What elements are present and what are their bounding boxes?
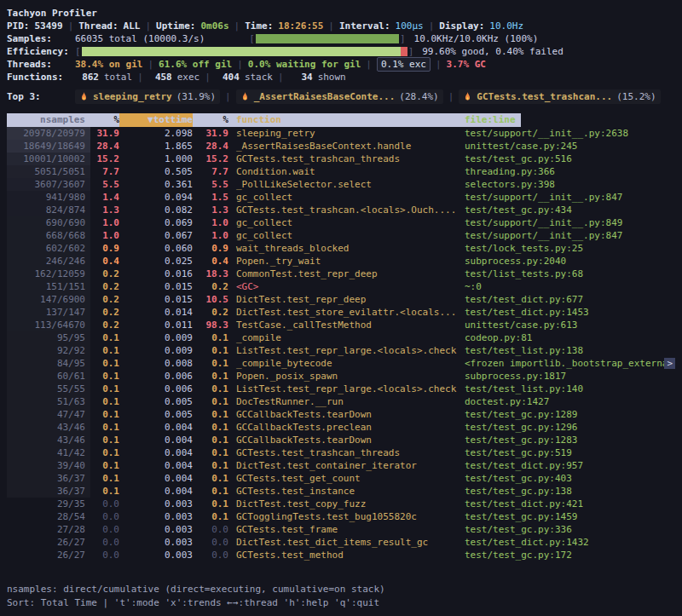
cum-pct-cell: 0.9 [193,242,228,255]
divider: | [436,58,442,71]
table-row: 43/46 0.1 0.004 0.1 GCCallbackTests.prec… [7,421,675,434]
tottime-cell: 0.015 [119,293,193,306]
tottime-cell: 0.004 [119,434,193,446]
legend-line: nsamples: direct/cumulative (direct=exec… [7,582,675,596]
top-function-pct: (15.2%) [616,90,656,103]
column-header-nsamples[interactable]: nsamples [7,113,90,127]
function-cell: GCTests.test_instance [228,485,458,498]
divider: | [366,58,372,71]
tottime-cell: 0.003 [119,536,193,549]
cum-pct-cell: 7.7 [193,165,228,178]
function-cell: _PollLikeSelector.select [228,178,458,191]
tottime-cell: 0.004 [119,421,193,434]
tottime-cell: 0.094 [119,191,193,204]
direct-pct-cell: 0.2 [90,319,119,331]
cum-pct-cell: 1.5 [193,191,228,204]
direct-pct-cell: 0.0 [90,536,119,549]
threads-gc: 3.7% GC [447,58,486,71]
sample-rate-bar-fill [256,34,399,43]
function-cell: GCTogglingTests.test_bug1055820c [228,510,458,523]
file-line-cell: test/support/__init__.py:847 [458,191,675,204]
tottime-cell: 0.003 [119,549,193,561]
nsamples-cell: 668/668 [7,229,90,242]
direct-pct-cell: 0.1 [90,446,119,459]
column-header-tottime-sorted[interactable]: ▼tottime [119,113,193,127]
nsamples-cell: 55/55 [7,383,90,395]
nsamples-cell: 43/46 [7,434,90,446]
functions-label: Functions: [7,71,75,83]
nsamples-cell: 60/61 [7,370,90,383]
tottime-cell: 0.006 [119,370,193,383]
nsamples-cell: 39/40 [7,459,90,472]
direct-pct-cell: 0.2 [90,306,119,319]
file-line-cell: test/support/__init__.py:847 [458,229,675,242]
tottime-cell: 0.069 [119,216,193,229]
function-cell: DictTest.test_repr_deep [228,293,458,306]
cum-pct-cell: 0.0 [193,536,228,549]
file-line-cell: test/test_dict.py:677 [458,293,675,306]
thread-value[interactable]: ALL [124,20,141,32]
display-value: 10.0Hz [489,20,523,32]
column-header-direct-pct[interactable]: % [90,113,119,127]
cum-pct-cell: 15.2 [193,153,228,165]
cum-pct-cell: 0.1 [193,331,228,344]
direct-pct-cell: 7.7 [90,165,119,178]
nsamples-cell: 10001/10002 [7,153,90,165]
function-cell: wait_threads_blocked [228,242,458,255]
tottime-cell: 0.505 [119,165,193,178]
file-line-cell: ~:0 [458,280,675,293]
column-header-file-line[interactable]: file:line [458,113,675,127]
samples-label: Samples: [7,32,75,45]
table-row: 41/42 0.1 0.004 0.1 GCTests.test_trashca… [7,446,675,459]
table-row: 941/980 1.4 0.094 1.5 gc_collect test/su… [7,191,675,204]
divider: | [278,71,284,83]
tottime-cell: 0.016 [119,268,193,280]
direct-pct-cell: 1.4 [90,191,119,204]
tottime-cell: 0.006 [119,383,193,395]
file-line-cell: unittest/case.py:245 [458,140,675,153]
file-line-cell: test/test_list.py:140 [458,383,675,395]
column-header-cum-pct[interactable]: % [193,113,228,127]
table-header: nsamples % ▼tottime % function file:line [7,113,675,127]
nsamples-cell: 690/690 [7,216,90,229]
function-cell: GCTests.test_get_count [228,472,458,485]
direct-pct-cell: 0.2 [90,293,119,306]
file-line-cell: test/test_gc.py:434 [458,204,675,216]
function-cell: gc_collect [228,191,458,204]
tottime-cell: 0.082 [119,204,193,216]
column-header-file-line-text: file:line [458,113,521,127]
file-line-cell: subprocess.py:2040 [458,255,675,268]
table-row: 47/47 0.1 0.005 0.1 GCCallbackTests.tear… [7,408,675,421]
cum-pct-cell: 31.9 [193,127,228,140]
tottime-cell: 0.060 [119,242,193,255]
table-row: 36/37 0.1 0.004 0.1 GCTests.test_get_cou… [7,472,675,485]
function-cell: gc_collect [228,216,458,229]
direct-pct-cell: 0.1 [90,357,119,370]
functions-total-value: 862 [75,71,99,83]
top-function-pct: (31.9%) [176,90,216,103]
function-cell: gc_collect [228,229,458,242]
threads-exc-badge: 0.1% exc [377,57,431,72]
efficiency-bar-failed [401,47,407,56]
function-cell: <GC> [228,280,458,293]
nsamples-cell: 43/46 [7,421,90,434]
function-cell: ListTest.test_repr_large.<locals>.check [228,344,458,357]
tottime-cell: 0.008 [119,357,193,370]
direct-pct-cell: 1.3 [90,204,119,216]
top-function-3: GCTests.test_trashcan... (15.2%) [459,89,660,104]
table-row: 5051/5051 7.7 0.505 7.7 Condition.wait t… [7,165,675,178]
file-line-cell: test/test_gc.py:172 [458,549,675,561]
table-row: 246/246 0.4 0.025 0.4 Popen._try_wait su… [7,255,675,268]
top3-line: Top 3: sleeping_retry (31.9%) | _AssertR… [7,89,675,105]
column-header-function[interactable]: function [228,113,458,127]
direct-pct-cell: 0.2 [90,268,119,280]
file-line-cell: test/test_dict.py:421 [458,498,675,510]
nsamples-cell: 602/602 [7,242,90,255]
efficiency-summary: 99.60% good, 0.40% failed [422,45,564,58]
nsamples-cell: 147/6900 [7,293,90,306]
direct-pct-cell: 0.1 [90,395,119,408]
cum-pct-cell: 0.1 [193,395,228,408]
file-line-cell: test/list_tests.py:68 [458,268,675,280]
file-line-cell: test/test_gc.py:1459 [458,510,675,523]
cum-pct-cell: 0.0 [193,549,228,561]
